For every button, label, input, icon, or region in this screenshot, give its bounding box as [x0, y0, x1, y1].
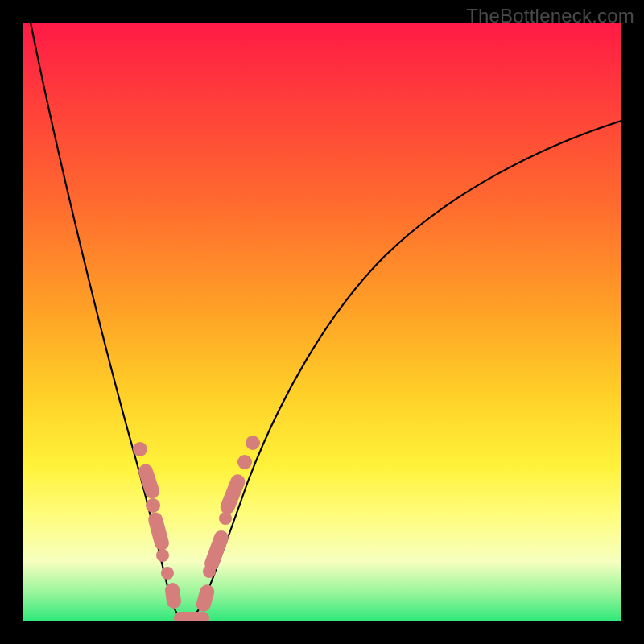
svg-point-4 — [156, 549, 169, 562]
svg-rect-3 — [147, 510, 171, 551]
bottleneck-curve — [31, 23, 621, 620]
svg-point-12 — [237, 455, 252, 469]
svg-point-5 — [161, 567, 174, 580]
svg-point-2 — [146, 498, 160, 513]
curve-layer — [23, 23, 621, 621]
plot-area — [23, 23, 621, 621]
svg-rect-7 — [195, 583, 217, 613]
marker-minimum — [174, 612, 209, 621]
svg-rect-6 — [164, 582, 182, 609]
chart-frame: TheBottleneck.com — [0, 0, 644, 644]
marker-cluster-right — [195, 436, 260, 613]
svg-point-13 — [246, 436, 260, 450]
svg-rect-1 — [137, 462, 162, 500]
svg-point-10 — [219, 512, 232, 525]
marker-cluster-left — [133, 442, 182, 609]
svg-point-0 — [133, 442, 147, 456]
svg-rect-9 — [203, 528, 231, 572]
